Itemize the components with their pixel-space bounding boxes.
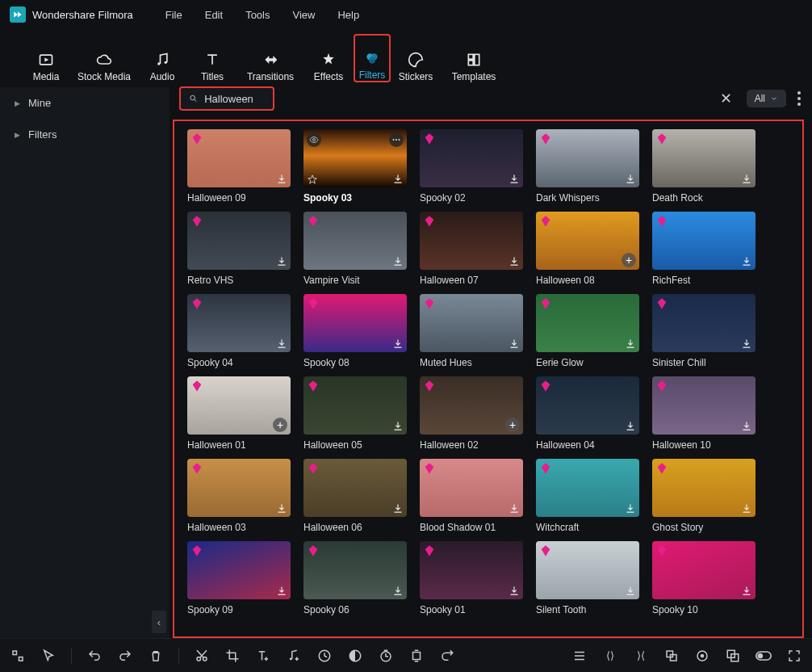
filter-thumbnail[interactable] bbox=[420, 129, 523, 187]
download-icon[interactable] bbox=[741, 503, 752, 514]
filter-cell[interactable]: +Halloween 02 bbox=[420, 376, 523, 454]
overlay-icon[interactable] bbox=[725, 648, 741, 664]
marker-icon[interactable] bbox=[378, 648, 394, 664]
expand-icon[interactable] bbox=[786, 648, 802, 664]
record-icon[interactable] bbox=[694, 648, 710, 664]
filter-cell[interactable]: Ghost Story bbox=[652, 459, 755, 536]
filter-cell[interactable]: Death Rock bbox=[652, 129, 755, 207]
filter-cell[interactable]: Dark Whispers bbox=[536, 129, 639, 207]
filter-cell[interactable]: Spooky 04 bbox=[187, 294, 291, 372]
download-icon[interactable] bbox=[509, 503, 520, 514]
filter-cell[interactable]: Halloween 04 bbox=[536, 376, 639, 454]
filter-cell[interactable]: Spooky 06 bbox=[303, 541, 407, 619]
keyframe-icon[interactable] bbox=[408, 648, 425, 664]
filter-thumbnail[interactable]: + bbox=[187, 376, 291, 435]
download-icon[interactable] bbox=[509, 256, 520, 267]
filter-cell[interactable]: +Halloween 01 bbox=[187, 376, 291, 454]
download-icon[interactable] bbox=[741, 256, 752, 267]
filter-cell[interactable]: Retro VHS bbox=[187, 212, 291, 289]
tab-audio[interactable]: Audio bbox=[137, 34, 187, 82]
bracket-right-icon[interactable]: ⟩⟨ bbox=[633, 648, 649, 664]
tab-effects[interactable]: Effects bbox=[303, 34, 354, 82]
menu-file[interactable]: File bbox=[165, 9, 182, 21]
sidebar-collapse-button[interactable]: ‹ bbox=[152, 611, 166, 633]
download-icon[interactable] bbox=[276, 338, 287, 350]
filter-cell[interactable]: Eerie Glow bbox=[536, 294, 639, 372]
menu-help[interactable]: Help bbox=[337, 9, 359, 21]
clear-search-button[interactable]: ✕ bbox=[714, 90, 739, 107]
more-icon[interactable] bbox=[389, 132, 404, 147]
filter-cell[interactable]: Spooky 01 bbox=[420, 541, 523, 619]
preview-icon[interactable] bbox=[307, 132, 321, 147]
download-icon[interactable] bbox=[509, 586, 520, 597]
filter-cell[interactable]: Blood Shadow 01 bbox=[420, 459, 523, 536]
filter-thumbnail[interactable] bbox=[420, 294, 523, 352]
filter-cell[interactable]: Vampire Visit bbox=[303, 212, 407, 289]
download-icon[interactable] bbox=[625, 174, 636, 185]
filter-thumbnail[interactable] bbox=[420, 541, 523, 599]
filter-thumbnail[interactable] bbox=[303, 294, 407, 352]
download-icon[interactable] bbox=[741, 586, 752, 597]
sidebar-item-mine[interactable]: ▶ Mine bbox=[0, 87, 170, 119]
filter-thumbnail[interactable] bbox=[652, 459, 755, 517]
search-input[interactable] bbox=[204, 93, 265, 105]
tab-filters[interactable]: Filters bbox=[354, 34, 391, 82]
filter-cell[interactable]: Spooky 10 bbox=[652, 541, 755, 619]
filter-cell[interactable]: Sinister Chill bbox=[652, 294, 755, 372]
filter-thumbnail[interactable] bbox=[303, 376, 407, 435]
download-icon[interactable] bbox=[276, 256, 287, 267]
download-icon[interactable] bbox=[392, 338, 404, 350]
select-tool-icon[interactable] bbox=[10, 648, 26, 664]
filter-cell[interactable]: Witchcraft bbox=[536, 459, 639, 536]
filter-cell[interactable]: Halloween 07 bbox=[420, 212, 523, 289]
filter-thumbnail[interactable] bbox=[187, 541, 291, 599]
tab-titles[interactable]: Titles bbox=[187, 34, 237, 82]
tab-stock-media[interactable]: Stock Media bbox=[71, 34, 137, 82]
add-icon[interactable]: + bbox=[622, 253, 636, 267]
filter-cell[interactable]: Halloween 05 bbox=[303, 376, 407, 454]
filter-cell[interactable]: RichFest bbox=[652, 212, 755, 289]
track-add-icon[interactable] bbox=[571, 648, 588, 664]
download-icon[interactable] bbox=[625, 421, 636, 432]
filter-thumbnail[interactable] bbox=[187, 459, 291, 517]
download-icon[interactable] bbox=[509, 174, 520, 185]
download-icon[interactable] bbox=[392, 421, 404, 432]
filter-thumbnail[interactable]: + bbox=[536, 212, 639, 270]
download-icon[interactable] bbox=[509, 338, 520, 350]
filter-cell[interactable]: Halloween 06 bbox=[303, 459, 407, 536]
undo-icon[interactable] bbox=[86, 648, 103, 664]
crop-icon[interactable] bbox=[224, 648, 241, 664]
filter-thumbnail[interactable]: + bbox=[420, 376, 523, 435]
filter-cell[interactable]: Spooky 08 bbox=[303, 294, 407, 372]
filter-thumbnail[interactable] bbox=[652, 294, 755, 352]
filter-thumbnail[interactable] bbox=[536, 294, 639, 352]
text-plus-icon[interactable] bbox=[255, 648, 271, 664]
filter-cell[interactable]: Halloween 03 bbox=[187, 459, 291, 536]
filter-thumbnail[interactable] bbox=[303, 541, 407, 599]
redo-icon[interactable] bbox=[117, 648, 133, 664]
music-plus-icon[interactable] bbox=[286, 648, 302, 664]
download-icon[interactable] bbox=[276, 503, 287, 514]
filter-thumbnail[interactable] bbox=[536, 129, 639, 187]
filter-thumbnail[interactable] bbox=[303, 212, 407, 270]
filter-thumbnail[interactable] bbox=[303, 459, 407, 517]
add-icon[interactable]: + bbox=[273, 418, 287, 432]
download-icon[interactable] bbox=[392, 586, 404, 597]
sidebar-item-filters[interactable]: ▶ Filters bbox=[0, 119, 170, 150]
download-icon[interactable] bbox=[392, 174, 404, 185]
filter-cell[interactable]: Halloween 09 bbox=[187, 129, 291, 207]
filter-dropdown[interactable]: All bbox=[747, 90, 786, 107]
tab-transitions[interactable]: Transitions bbox=[237, 34, 303, 82]
filter-thumbnail[interactable] bbox=[536, 541, 639, 599]
color-icon[interactable] bbox=[347, 648, 363, 664]
favorite-icon[interactable] bbox=[307, 174, 318, 185]
filter-thumbnail[interactable] bbox=[420, 459, 523, 517]
tab-templates[interactable]: Templates bbox=[441, 34, 507, 82]
download-icon[interactable] bbox=[741, 174, 752, 185]
filter-thumbnail[interactable] bbox=[652, 541, 755, 599]
speed-icon[interactable] bbox=[316, 648, 333, 664]
tab-media[interactable]: Media bbox=[21, 34, 71, 82]
menu-view[interactable]: View bbox=[292, 9, 315, 21]
delete-icon[interactable] bbox=[148, 648, 164, 664]
filter-thumbnail[interactable] bbox=[187, 129, 291, 187]
